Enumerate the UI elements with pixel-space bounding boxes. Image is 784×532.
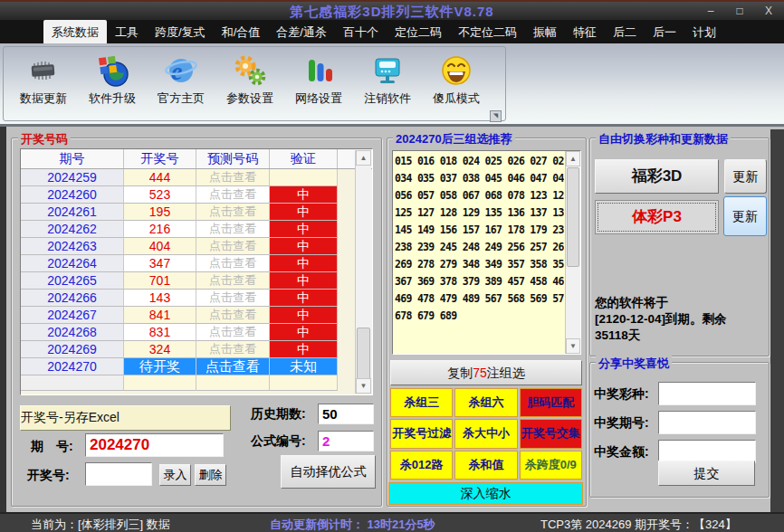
kill-button[interactable]: 开奖号交集 [520, 419, 582, 448]
kill-button[interactable]: 杀组六 [454, 388, 517, 417]
scroll-up-icon[interactable]: ▲ [356, 150, 371, 166]
period-input[interactable] [85, 433, 224, 457]
kill-button[interactable]: 杀跨度0/9 [520, 451, 582, 480]
toolbar-overflow-icon[interactable]: ◥ [490, 110, 502, 122]
menu-item[interactable]: 后二 [605, 20, 645, 43]
predict-link[interactable]: 点击查看 [196, 186, 270, 204]
homepage-icon: e [164, 53, 198, 88]
table-row[interactable]: 2024259444点击查看 [21, 169, 372, 186]
menu-item[interactable]: 和/合值 [214, 20, 269, 43]
kill-button[interactable]: 杀012路 [390, 451, 453, 480]
menu-item[interactable]: 振幅 [525, 20, 565, 43]
history-count-input[interactable] [318, 404, 374, 424]
empty-cell [21, 375, 124, 391]
scroll-up-icon[interactable]: ▲ [566, 151, 580, 166]
predict-link[interactable]: 点击查看 [196, 307, 270, 324]
formula-number-label: 公式编号: [251, 433, 306, 450]
menu-item[interactable]: 定位二码 [387, 20, 450, 43]
draw-number-input[interactable] [85, 462, 152, 486]
table-row[interactable]: 2024262216点击查看中 [21, 221, 372, 238]
p3-button[interactable]: 体彩P3 [595, 200, 719, 234]
toolbar-button[interactable]: 数据更新 [9, 51, 78, 107]
table-row[interactable]: 2024264347点击查看中 [21, 255, 372, 272]
recommend-textarea[interactable]: 015 016 018 024 025 026 027 028 034 035 … [392, 150, 581, 355]
switch-group-title: 自由切换彩种和更新数据 [596, 131, 731, 147]
predict-link[interactable]: 点击查看 [196, 204, 270, 221]
toolbar-button-label: 注销软件 [364, 90, 411, 107]
scroll-thumb[interactable] [357, 328, 370, 380]
predict-link[interactable]: 点击查看 [196, 324, 270, 341]
share-field-input[interactable] [658, 382, 756, 405]
kill-button[interactable]: 杀大中小 [454, 419, 517, 448]
toolbar-button[interactable]: 傻瓜模式 [422, 51, 491, 107]
verify-cell: 中 [270, 272, 338, 290]
table-row[interactable]: 2024269324点击查看中 [21, 341, 372, 358]
auto-formula-button[interactable]: 自动择优公式 [281, 455, 376, 489]
copy-selection-button[interactable]: 复制75注组选 [390, 360, 582, 385]
menu-item[interactable]: 工具 [107, 20, 147, 43]
menu-item[interactable]: 百十个 [335, 20, 387, 43]
share-group-title: 分享中奖喜悦 [596, 356, 672, 372]
predict-link[interactable]: 点击查看 [196, 238, 270, 255]
kill-button[interactable]: 胆码匹配 [520, 388, 582, 417]
minimize-button[interactable]: – [704, 5, 717, 17]
fc3d-update-button[interactable]: 更新 [724, 159, 767, 194]
bars-icon [301, 53, 336, 88]
draw-table-header: 期号 开奖号 预测号码 验证 [21, 149, 372, 169]
toolbar-button[interactable]: 软件升级 [78, 51, 147, 107]
empty-cell [124, 375, 196, 391]
scroll-thumb[interactable] [567, 167, 579, 267]
table-row[interactable]: 2024263404点击查看中 [21, 238, 372, 255]
menu-item[interactable]: 计划 [684, 20, 724, 43]
window-frame-left [0, 127, 6, 512]
share-field-input[interactable] [658, 411, 756, 434]
toolbar-button[interactable]: 注销软件 [353, 51, 422, 107]
predict-link[interactable]: 点击查看 [196, 272, 270, 290]
formula-number-input[interactable] [318, 431, 374, 451]
draw-number-cell: 404 [124, 238, 196, 255]
column-header-period: 期号 [21, 149, 124, 168]
kill-button[interactable]: 杀组三 [390, 388, 453, 417]
table-row[interactable]: 2024267841点击查看中 [21, 307, 372, 324]
menu-item[interactable]: 不定位二码 [450, 20, 525, 43]
table-row[interactable]: 2024266143点击查看中 [21, 290, 372, 307]
save-excel-button[interactable]: 开奖号-另存Excel [20, 405, 231, 431]
table-row[interactable]: 2024265701点击查看中 [21, 272, 372, 290]
table-row[interactable]: 2024268831点击查看中 [21, 324, 372, 341]
scroll-down-icon[interactable]: ▼ [566, 338, 580, 354]
maximize-button[interactable]: □ [733, 5, 746, 17]
predict-link[interactable]: 点击查看 [196, 341, 270, 358]
menu-item[interactable]: 特征 [565, 20, 605, 43]
delete-button[interactable]: 删除 [195, 464, 226, 486]
predict-link[interactable]: 点击查看 [196, 358, 270, 375]
table-row[interactable]: 2024261195点击查看中 [21, 204, 372, 221]
table-scrollbar[interactable]: ▲ ▼ [355, 150, 371, 394]
kill-button[interactable]: 开奖号过滤 [390, 419, 453, 448]
table-row [21, 375, 372, 391]
kill-button[interactable]: 杀和值 [454, 451, 517, 480]
table-row[interactable]: 2024270待开奖点击查看未知 [21, 358, 372, 375]
p3-update-button[interactable]: 更新 [723, 196, 767, 236]
draw-number-cell: 待开奖 [124, 358, 196, 375]
predict-link[interactable]: 点击查看 [196, 221, 270, 238]
predict-link[interactable]: 点击查看 [196, 290, 270, 307]
close-button[interactable]: X [762, 5, 775, 17]
deep-shrink-button[interactable]: 深入缩水 [388, 482, 583, 505]
enter-button[interactable]: 录入 [159, 464, 191, 486]
copy-button-text: 复制 [447, 366, 473, 380]
draw-number-cell: 347 [124, 255, 196, 272]
predict-link[interactable]: 点击查看 [196, 169, 270, 186]
menu-item[interactable]: 跨度/复式 [147, 20, 214, 43]
table-row[interactable]: 2024260523点击查看中 [21, 186, 372, 204]
submit-button[interactable]: 提交 [658, 461, 755, 486]
recommend-scrollbar[interactable]: ▲ ▼ [565, 151, 580, 354]
menu-item[interactable]: 合差/通杀 [268, 20, 335, 43]
menu-item[interactable]: 系统数据 [43, 20, 107, 43]
toolbar-button[interactable]: e官方主页 [147, 51, 215, 107]
predict-link[interactable]: 点击查看 [196, 255, 270, 272]
toolbar-button[interactable]: 网络设置 [284, 51, 353, 107]
toolbar-button[interactable]: 参数设置 [215, 51, 284, 107]
scroll-down-icon[interactable]: ▼ [356, 378, 371, 394]
fc3d-button[interactable]: 福彩3D [595, 159, 719, 194]
menu-item[interactable]: 后一 [645, 20, 684, 43]
